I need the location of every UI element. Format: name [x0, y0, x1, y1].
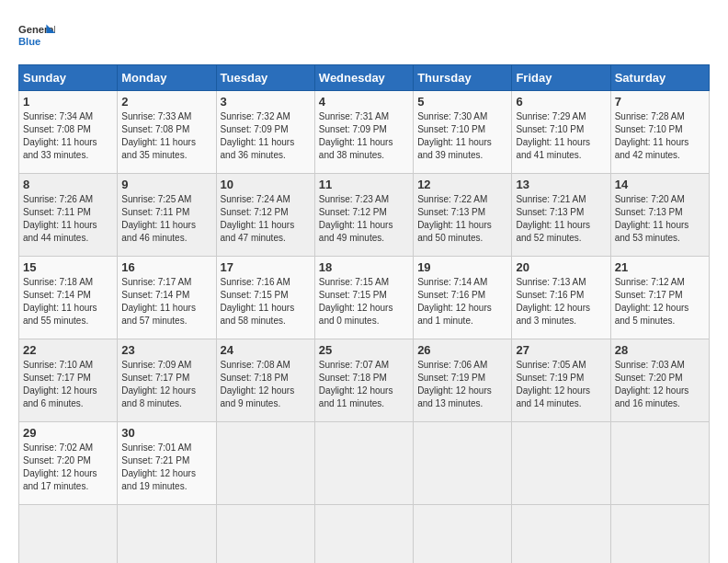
day-number: 24: [221, 343, 311, 357]
day-number: 7: [615, 95, 705, 109]
calendar-day-19: 19Sunrise: 7:14 AM Sunset: 7:16 PM Dayli…: [414, 257, 512, 339]
calendar-day-17: 17Sunrise: 7:16 AM Sunset: 7:15 PM Dayli…: [216, 257, 314, 339]
calendar-day-21: 21Sunrise: 7:12 AM Sunset: 7:17 PM Dayli…: [610, 257, 709, 339]
day-info: Sunrise: 7:05 AM Sunset: 7:19 PM Dayligh…: [516, 359, 606, 410]
day-info: Sunrise: 7:29 AM Sunset: 7:10 PM Dayligh…: [516, 110, 606, 162]
day-info: Sunrise: 7:25 AM Sunset: 7:11 PM Dayligh…: [121, 193, 211, 245]
day-info: Sunrise: 7:07 AM Sunset: 7:18 PM Dayligh…: [319, 359, 409, 410]
calendar-day-1: 1Sunrise: 7:34 AM Sunset: 7:08 PM Daylig…: [19, 91, 118, 174]
day-info: Sunrise: 7:32 AM Sunset: 7:09 PM Dayligh…: [221, 110, 311, 162]
day-number: 20: [516, 260, 606, 274]
day-number: 30: [121, 426, 211, 440]
calendar-day-7: 7Sunrise: 7:28 AM Sunset: 7:10 PM Daylig…: [610, 91, 709, 174]
day-number: 29: [23, 426, 113, 440]
day-info: Sunrise: 7:16 AM Sunset: 7:15 PM Dayligh…: [221, 276, 311, 327]
calendar-week-row: 1Sunrise: 7:34 AM Sunset: 7:08 PM Daylig…: [19, 91, 710, 174]
empty-cell: [216, 505, 314, 564]
day-info: Sunrise: 7:28 AM Sunset: 7:10 PM Dayligh…: [615, 110, 705, 162]
day-number: 14: [615, 178, 705, 191]
column-header-monday: Monday: [118, 65, 216, 91]
day-number: 2: [121, 95, 211, 109]
column-header-tuesday: Tuesday: [216, 65, 314, 91]
calendar-day-15: 15Sunrise: 7:18 AM Sunset: 7:14 PM Dayli…: [19, 257, 118, 339]
empty-cell: [216, 422, 314, 505]
calendar-day-13: 13Sunrise: 7:21 AM Sunset: 7:13 PM Dayli…: [512, 174, 610, 257]
logo: General Blue: [18, 18, 61, 55]
empty-cell: [512, 422, 610, 505]
day-number: 13: [516, 178, 606, 191]
day-number: 28: [615, 343, 705, 357]
empty-cell: [314, 505, 413, 564]
calendar-table: SundayMondayTuesdayWednesdayThursdayFrid…: [18, 64, 710, 563]
day-info: Sunrise: 7:20 AM Sunset: 7:13 PM Dayligh…: [615, 193, 705, 245]
day-info: Sunrise: 7:30 AM Sunset: 7:10 PM Dayligh…: [417, 110, 507, 162]
day-number: 25: [319, 343, 409, 357]
day-info: Sunrise: 7:14 AM Sunset: 7:16 PM Dayligh…: [417, 276, 507, 327]
day-number: 21: [615, 260, 705, 274]
day-number: 22: [23, 343, 113, 357]
empty-cell: [118, 505, 216, 564]
day-number: 15: [23, 260, 113, 274]
page-header: General Blue: [18, 18, 710, 55]
day-info: Sunrise: 7:21 AM Sunset: 7:13 PM Dayligh…: [516, 193, 606, 245]
calendar-day-16: 16Sunrise: 7:17 AM Sunset: 7:14 PM Dayli…: [118, 257, 216, 339]
day-info: Sunrise: 7:09 AM Sunset: 7:17 PM Dayligh…: [121, 359, 211, 410]
svg-text:Blue: Blue: [18, 36, 40, 47]
calendar-day-12: 12Sunrise: 7:22 AM Sunset: 7:13 PM Dayli…: [414, 174, 512, 257]
calendar-day-22: 22Sunrise: 7:10 AM Sunset: 7:17 PM Dayli…: [19, 339, 118, 422]
calendar-day-29: 29Sunrise: 7:02 AM Sunset: 7:20 PM Dayli…: [19, 422, 118, 505]
day-info: Sunrise: 7:06 AM Sunset: 7:19 PM Dayligh…: [417, 359, 507, 410]
day-info: Sunrise: 7:17 AM Sunset: 7:14 PM Dayligh…: [121, 276, 211, 327]
column-header-saturday: Saturday: [610, 65, 709, 91]
calendar-week-row: 22Sunrise: 7:10 AM Sunset: 7:17 PM Dayli…: [19, 339, 710, 422]
calendar-day-9: 9Sunrise: 7:25 AM Sunset: 7:11 PM Daylig…: [118, 174, 216, 257]
calendar-day-11: 11Sunrise: 7:23 AM Sunset: 7:12 PM Dayli…: [314, 174, 413, 257]
day-number: 12: [417, 178, 507, 191]
day-info: Sunrise: 7:13 AM Sunset: 7:16 PM Dayligh…: [516, 276, 606, 327]
day-number: 16: [121, 260, 211, 274]
column-header-wednesday: Wednesday: [314, 65, 413, 91]
calendar-day-5: 5Sunrise: 7:30 AM Sunset: 7:10 PM Daylig…: [414, 91, 512, 174]
day-number: 23: [121, 343, 211, 357]
day-info: Sunrise: 7:23 AM Sunset: 7:12 PM Dayligh…: [319, 193, 409, 245]
calendar-day-14: 14Sunrise: 7:20 AM Sunset: 7:13 PM Dayli…: [610, 174, 709, 257]
day-info: Sunrise: 7:24 AM Sunset: 7:12 PM Dayligh…: [221, 193, 311, 245]
day-number: 27: [516, 343, 606, 357]
calendar-day-23: 23Sunrise: 7:09 AM Sunset: 7:17 PM Dayli…: [118, 339, 216, 422]
day-number: 26: [417, 343, 507, 357]
calendar-day-8: 8Sunrise: 7:26 AM Sunset: 7:11 PM Daylig…: [19, 174, 118, 257]
empty-cell: [414, 422, 512, 505]
day-info: Sunrise: 7:03 AM Sunset: 7:20 PM Dayligh…: [615, 359, 705, 410]
column-header-friday: Friday: [512, 65, 610, 91]
calendar-day-24: 24Sunrise: 7:08 AM Sunset: 7:18 PM Dayli…: [216, 339, 314, 422]
column-header-thursday: Thursday: [414, 65, 512, 91]
calendar-day-30: 30Sunrise: 7:01 AM Sunset: 7:21 PM Dayli…: [118, 422, 216, 505]
calendar-day-6: 6Sunrise: 7:29 AM Sunset: 7:10 PM Daylig…: [512, 91, 610, 174]
day-number: 17: [221, 260, 311, 274]
day-number: 19: [417, 260, 507, 274]
calendar-day-18: 18Sunrise: 7:15 AM Sunset: 7:15 PM Dayli…: [314, 257, 413, 339]
day-info: Sunrise: 7:10 AM Sunset: 7:17 PM Dayligh…: [23, 359, 113, 410]
calendar-day-4: 4Sunrise: 7:31 AM Sunset: 7:09 PM Daylig…: [314, 91, 413, 174]
column-header-sunday: Sunday: [19, 65, 118, 91]
calendar-day-27: 27Sunrise: 7:05 AM Sunset: 7:19 PM Dayli…: [512, 339, 610, 422]
day-number: 18: [319, 260, 409, 274]
calendar-week-row: 29Sunrise: 7:02 AM Sunset: 7:20 PM Dayli…: [19, 422, 710, 505]
calendar-day-20: 20Sunrise: 7:13 AM Sunset: 7:16 PM Dayli…: [512, 257, 610, 339]
day-info: Sunrise: 7:02 AM Sunset: 7:20 PM Dayligh…: [23, 442, 113, 493]
day-number: 10: [221, 178, 311, 191]
day-number: 4: [319, 95, 409, 109]
day-number: 3: [221, 95, 311, 109]
day-info: Sunrise: 7:01 AM Sunset: 7:21 PM Dayligh…: [121, 442, 211, 493]
day-number: 11: [319, 178, 409, 191]
calendar-week-row: [19, 505, 710, 564]
calendar-day-26: 26Sunrise: 7:06 AM Sunset: 7:19 PM Dayli…: [414, 339, 512, 422]
day-number: 5: [417, 95, 507, 109]
empty-cell: [314, 422, 413, 505]
day-info: Sunrise: 7:08 AM Sunset: 7:18 PM Dayligh…: [221, 359, 311, 410]
calendar-day-25: 25Sunrise: 7:07 AM Sunset: 7:18 PM Dayli…: [314, 339, 413, 422]
empty-cell: [512, 505, 610, 564]
day-info: Sunrise: 7:18 AM Sunset: 7:14 PM Dayligh…: [23, 276, 113, 327]
calendar-day-3: 3Sunrise: 7:32 AM Sunset: 7:09 PM Daylig…: [216, 91, 314, 174]
calendar-day-28: 28Sunrise: 7:03 AM Sunset: 7:20 PM Dayli…: [610, 339, 709, 422]
